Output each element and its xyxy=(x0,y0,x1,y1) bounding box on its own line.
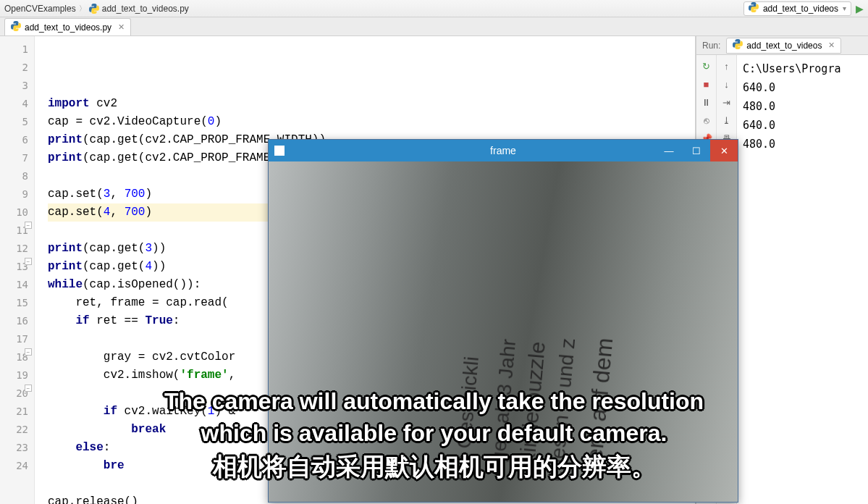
minimize-button[interactable]: — xyxy=(655,140,683,161)
fold-icon[interactable]: − xyxy=(25,222,32,229)
console-line: 640.0 xyxy=(743,116,862,135)
editor-tab-label: add_text_to_videos.py xyxy=(25,22,111,33)
line-number: 10 xyxy=(0,203,28,222)
down-arrow-icon[interactable]: ↓ xyxy=(719,76,735,92)
breadcrumb-file[interactable]: add_text_to_videos.py xyxy=(102,4,189,14)
rerun-icon[interactable]: ↻ xyxy=(699,58,715,74)
close-button[interactable]: ✕ xyxy=(710,140,738,161)
code-line[interactable]: import cv2 xyxy=(48,95,695,113)
line-number: 17 xyxy=(0,330,28,348)
run-panel-header: Run: add_text_to_videos ✕ xyxy=(696,36,868,55)
python-file-icon xyxy=(89,4,99,14)
captured-text: dern auf dem xyxy=(580,337,618,475)
line-number: 16 xyxy=(0,312,28,330)
fold-icon[interactable]: − xyxy=(25,348,32,356)
close-icon[interactable]: ✕ xyxy=(828,41,835,50)
app-icon xyxy=(274,146,285,156)
run-config-name: add_text_to_videos xyxy=(763,4,838,14)
line-number: 22 xyxy=(0,421,28,439)
cv2-frame-window[interactable]: frame — ☐ ✕ dern auf demerlesen ◆ und zK… xyxy=(268,139,738,503)
exit-icon[interactable]: ⎋ xyxy=(699,112,715,128)
run-config-selector[interactable]: add_text_to_videos ▾ xyxy=(743,1,851,16)
line-number: 9 xyxy=(0,185,28,203)
run-play-icon[interactable]: ▶ xyxy=(856,3,864,14)
line-number: 7 xyxy=(0,149,28,167)
run-tab-label: add_text_to_videos xyxy=(746,41,822,51)
line-number: 15 xyxy=(0,294,28,312)
top-bar: OpenCVExamples 〉 add_text_to_videos.py a… xyxy=(0,0,868,17)
captured-text: erlesen ◆ und z xyxy=(544,337,580,482)
stop-icon[interactable]: ■ xyxy=(699,76,715,92)
pause-icon[interactable]: ⏸ xyxy=(699,94,715,110)
python-file-icon xyxy=(11,21,21,33)
console-line: C:\Users\Progra xyxy=(743,59,862,78)
editor-tab[interactable]: add_text_to_videos.py ✕ xyxy=(4,18,131,35)
console-output[interactable]: C:\Users\Progra640.0480.0640.0480.0 xyxy=(737,55,868,504)
line-number: 24 xyxy=(0,457,28,475)
console-line: 480.0 xyxy=(743,97,862,116)
chevron-right-icon: 〉 xyxy=(79,4,86,14)
scroll-end-icon[interactable]: ⤓ xyxy=(719,112,735,128)
line-number: 19 xyxy=(0,366,28,385)
frame-content: dern auf demerlesen ◆ und zKinderpuzzlee… xyxy=(269,161,738,502)
close-tab-icon[interactable]: ✕ xyxy=(118,22,125,32)
fold-icon[interactable]: − xyxy=(25,385,32,392)
python-run-icon xyxy=(733,39,743,51)
breadcrumb: OpenCVExamples 〉 add_text_to_videos.py xyxy=(4,4,189,14)
captured-text: Kinderpuzzle xyxy=(515,340,550,468)
line-number: 23 xyxy=(0,439,28,457)
maximize-button[interactable]: ☐ xyxy=(683,140,710,161)
python-run-icon xyxy=(749,2,759,14)
console-line: 640.0 xyxy=(743,78,862,97)
up-arrow-icon[interactable]: ↑ xyxy=(719,58,735,74)
breadcrumb-project[interactable]: OpenCVExamples xyxy=(4,4,76,14)
run-label: Run: xyxy=(696,41,726,51)
line-number: 8 xyxy=(0,167,28,185)
editor-tabs: add_text_to_videos.py ✕ xyxy=(0,17,868,36)
line-number: 14 xyxy=(0,276,28,294)
run-config-area: add_text_to_videos ▾ ▶ xyxy=(743,1,864,16)
soft-wrap-icon[interactable]: ⇥ xyxy=(719,94,735,110)
line-number: 21 xyxy=(0,403,28,421)
fold-icon[interactable]: − xyxy=(25,258,32,265)
console-line: 480.0 xyxy=(743,135,862,154)
run-tab[interactable]: add_text_to_videos ✕ xyxy=(726,38,841,54)
chevron-down-icon: ▾ xyxy=(843,4,846,12)
captured-text: die Geschickli xyxy=(450,356,484,482)
line-number: 12 xyxy=(0,240,28,258)
code-line[interactable]: cap = cv2.VideoCapture(0) xyxy=(48,113,695,131)
frame-titlebar[interactable]: frame — ☐ ✕ xyxy=(269,140,738,161)
